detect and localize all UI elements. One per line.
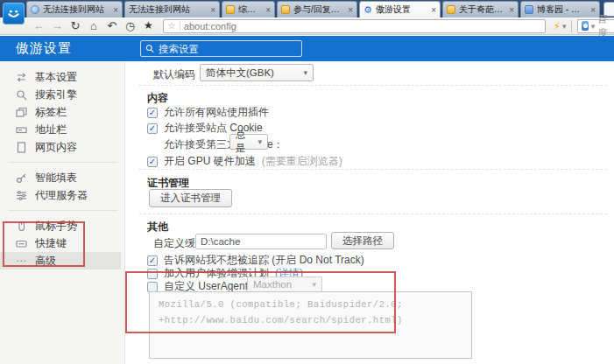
search-engine-label: 百度 bbox=[597, 13, 610, 39]
search-icon bbox=[15, 88, 27, 101]
third-party-cookie-value: 总是 bbox=[236, 129, 251, 155]
forum-favicon-icon bbox=[226, 5, 235, 14]
tab-page-6[interactable]: 关于奇葩同学友链... × bbox=[442, 1, 519, 18]
sidebar-item-label: 高级 bbox=[35, 254, 56, 269]
chevron-down-icon[interactable]: ▾ bbox=[562, 22, 567, 31]
forward-icon[interactable]: → bbox=[48, 18, 67, 34]
close-tab-icon[interactable]: × bbox=[590, 5, 596, 15]
close-tab-icon[interactable]: × bbox=[265, 5, 271, 15]
history-icon[interactable]: ◷ bbox=[121, 18, 139, 34]
chevron-down-icon: ▾ bbox=[258, 137, 262, 146]
address-bar[interactable]: ☆ about:config bbox=[163, 19, 547, 33]
certificate-manager-button[interactable]: 进入证书管理 bbox=[149, 189, 232, 207]
sidebar-item-address-bar[interactable]: 地址栏 bbox=[0, 121, 124, 138]
section-title-other: 其他 bbox=[147, 220, 168, 234]
sidebar-item-proxy[interactable]: 代理服务器 bbox=[0, 186, 124, 204]
sidebar-item-label: 网页内容 bbox=[35, 140, 77, 155]
section-divider bbox=[139, 169, 607, 170]
close-tab-icon[interactable]: × bbox=[210, 5, 215, 15]
chevron-down-icon[interactable]: ▾ bbox=[591, 22, 596, 31]
close-tab-icon[interactable]: × bbox=[113, 5, 118, 15]
forum-favicon-icon bbox=[281, 5, 290, 14]
divider bbox=[9, 162, 117, 163]
checkbox-checked-icon[interactable]: ✓ bbox=[147, 108, 158, 118]
section-divider bbox=[139, 214, 607, 214]
third-party-cookie-select[interactable]: 总是 ▾ bbox=[229, 134, 268, 150]
chevron-down-icon: ▾ bbox=[312, 280, 316, 289]
tab-title: 参与/回复主题 - ... bbox=[293, 4, 344, 16]
url-text: about:config bbox=[184, 21, 236, 32]
sliders-icon bbox=[15, 189, 27, 201]
tabs-icon bbox=[15, 106, 27, 118]
useragent-textarea[interactable]: Mozilla/5.0 (compatible; Baiduspider/2.0… bbox=[149, 291, 472, 359]
close-tab-icon[interactable]: × bbox=[348, 5, 353, 15]
gpu-acceleration-row[interactable]: ✓ 开启 GPU 硬件加速 (需要重启浏览器) bbox=[147, 154, 342, 169]
baidu-engine-icon[interactable] bbox=[582, 21, 588, 31]
tab-settings-active[interactable]: ⚙ 傲游设置 × bbox=[359, 1, 441, 18]
gear-favicon-icon: ⚙ bbox=[363, 5, 372, 14]
browser-window: 无法连接到网站 × 无法连接到网站 × 综合讨论区 TGL论... × 参与/回… bbox=[0, 0, 614, 364]
keyboard-icon bbox=[15, 237, 27, 249]
tab-page-4[interactable]: 参与/回复主题 - ... × bbox=[277, 1, 357, 18]
tab-title: 无法连接到网站 bbox=[43, 4, 109, 16]
settings-search-box[interactable] bbox=[140, 40, 302, 57]
tab-title: 关于奇葩同学友链... bbox=[459, 4, 505, 16]
sidebar-item-mouse-gesture[interactable]: 鼠标手势 bbox=[0, 217, 124, 234]
sidebar-item-shortcuts[interactable]: 快捷键 bbox=[0, 234, 124, 252]
back-icon[interactable]: ← bbox=[30, 18, 48, 34]
search-icon bbox=[145, 44, 154, 53]
page-title: 傲游设置 bbox=[16, 40, 72, 57]
gpu-label: 开启 GPU 硬件加速 bbox=[164, 154, 256, 169]
checkbox-checked-icon[interactable]: ✓ bbox=[147, 157, 158, 167]
globe-favicon-icon bbox=[31, 5, 39, 14]
refresh-icon[interactable]: ↻ bbox=[67, 18, 85, 34]
divider bbox=[180, 21, 180, 31]
navigation-toolbar: ← → ↻ ⌂ ↶ ◷ ★ ☆ about:config ⚡ ▾ ▾ 百度 bbox=[0, 18, 614, 35]
web-search-box[interactable]: ▾ 百度 bbox=[577, 19, 614, 33]
allow-plugins-row[interactable]: ✓ 允许所有网站使用插件 bbox=[147, 105, 269, 120]
tab-page-1[interactable]: 无法连接到网站 × bbox=[26, 1, 123, 18]
favorites-star-icon[interactable]: ★ bbox=[139, 18, 158, 34]
cache-location-input[interactable] bbox=[195, 234, 327, 249]
checkbox-checked-icon[interactable]: ✓ bbox=[147, 123, 158, 134]
tab-page-3[interactable]: 综合讨论区 TGL论... × bbox=[222, 1, 275, 18]
sidebar-item-tab-bar[interactable]: 标签栏 bbox=[0, 103, 124, 121]
sidebar-item-label: 快捷键 bbox=[35, 236, 67, 251]
sidebar-item-search-engine[interactable]: 搜索引擎 bbox=[0, 86, 124, 103]
sidebar-item-form-fill[interactable]: 智能填表 bbox=[0, 169, 124, 186]
arrows-swap-icon bbox=[15, 71, 27, 83]
bookmark-star-icon[interactable]: ☆ bbox=[167, 20, 176, 32]
tab-bar: 无法连接到网站 × 无法连接到网站 × 综合讨论区 TGL论... × 参与/回… bbox=[0, 0, 614, 18]
chevron-down-icon: ▾ bbox=[303, 68, 307, 77]
sidebar-item-basic[interactable]: 基本设置 bbox=[0, 68, 124, 86]
useragent-select[interactable]: Maxthon ▾ bbox=[247, 276, 322, 292]
settings-header: 傲游设置 bbox=[0, 36, 614, 61]
encoding-select[interactable]: 简体中文(GBK) ▾ bbox=[200, 64, 314, 81]
allow-plugins-label: 允许所有网站使用插件 bbox=[164, 105, 269, 120]
sidebar-item-advanced-selected[interactable]: ⋯ 高级 bbox=[0, 252, 121, 270]
site-favicon-icon bbox=[525, 5, 533, 14]
checkbox-checked-icon[interactable]: ✓ bbox=[147, 256, 158, 266]
tab-title: 博客园 - 开发者的... bbox=[537, 4, 587, 16]
sidebar-item-label: 地址栏 bbox=[35, 122, 67, 137]
document-icon bbox=[15, 141, 27, 153]
home-icon[interactable]: ⌂ bbox=[84, 18, 102, 34]
tab-title: 傲游设置 bbox=[376, 4, 427, 16]
close-tab-icon[interactable]: × bbox=[509, 5, 514, 15]
choose-path-button[interactable]: 选择路径 bbox=[331, 232, 394, 249]
encoding-value: 简体中文(GBK) bbox=[206, 66, 274, 80]
checkbox-unchecked-icon[interactable] bbox=[147, 269, 158, 279]
sidebar-item-page-content[interactable]: 网页内容 bbox=[0, 138, 124, 156]
undo-closed-tab-icon[interactable]: ↶ bbox=[102, 18, 121, 34]
mouse-icon bbox=[15, 220, 27, 232]
close-tab-icon[interactable]: × bbox=[431, 5, 436, 15]
maxthon-logo-icon[interactable] bbox=[3, 3, 25, 24]
lightning-icon[interactable]: ⚡ bbox=[553, 20, 560, 32]
extension-quick-access[interactable]: ⚡ ▾ bbox=[553, 20, 566, 32]
sidebar-item-label: 鼠标手势 bbox=[35, 219, 77, 234]
tab-page-2[interactable]: 无法连接到网站 × bbox=[124, 1, 220, 18]
tab-page-7[interactable]: 博客园 - 开发者的... × bbox=[520, 1, 600, 18]
divider bbox=[9, 210, 117, 211]
settings-search-input[interactable] bbox=[159, 44, 297, 54]
checkbox-unchecked-icon[interactable] bbox=[147, 282, 158, 292]
